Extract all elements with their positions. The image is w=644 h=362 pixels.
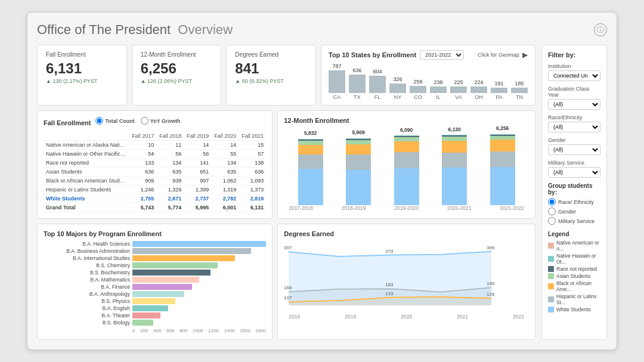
major-bar-row: B.S. Chemistry: [44, 262, 266, 268]
legend-item: Asian Students: [548, 273, 600, 279]
bar-group: 6,130: [442, 126, 467, 205]
svg-text:107: 107: [284, 295, 292, 301]
info-icon[interactable]: ⓘ: [594, 23, 607, 36]
svg-text:379: 379: [385, 249, 394, 254]
major-bar-row: B.A. Mathematics: [44, 277, 266, 283]
legend-item: White Students: [548, 307, 600, 313]
degrees-earned-stat: Degrees Earned 841 ▲ 50 (6.32%) PYST: [226, 45, 316, 106]
state-bar-group: 326NY: [389, 76, 406, 100]
legend-item: Race not reported: [548, 266, 600, 272]
state-bar-group: 258CO: [410, 79, 426, 100]
svg-text:399: 399: [487, 245, 495, 250]
left-panel: Fall Enrollment 6,131 ▲ 130 (2.17%) PYST…: [37, 45, 535, 340]
bar-group: 6,256: [490, 125, 515, 205]
gender-select[interactable]: (All): [548, 144, 600, 155]
top-row: Fall Enrollment 6,131 ▲ 130 (2.17%) PYST…: [37, 45, 535, 106]
legend-item: Hispanic or Latinx St...: [548, 293, 600, 305]
page-title: Office of The President Overview: [37, 22, 233, 38]
top-majors-card: Top 10 Majors by Program Enrollment B.A.…: [37, 224, 273, 340]
state-bar-group: 636TX: [349, 67, 366, 100]
enrollment-table: Fall 2017Fall 2018Fall 2019Fall 2020Fall…: [44, 132, 266, 212]
svg-text:166: 166: [284, 285, 292, 290]
state-bar-group: 225VA: [450, 79, 467, 100]
svg-text:128: 128: [487, 292, 495, 297]
bottom-row: Top 10 Majors by Program Enrollment B.A.…: [37, 224, 535, 340]
bar-group: 5,909: [346, 129, 371, 205]
legend-items: Native American or A...Native Hawaiin or…: [548, 240, 600, 313]
institution-filter: Institution Connected University: [548, 63, 600, 81]
group-radio-gender[interactable]: Gender: [548, 208, 600, 215]
main-content: Fall Enrollment 6,131 ▲ 130 (2.17%) PYST…: [37, 45, 607, 340]
header: Office of The President Overview ⓘ: [37, 22, 607, 38]
major-bar-row: B.S. Biochemistry: [44, 270, 266, 276]
legend-item: Native Hawaiin or Ot...: [548, 253, 600, 265]
bar-group: 6,090: [394, 127, 419, 205]
majors-chart: B.A. Health SciencesB.A. Business Admins…: [44, 241, 266, 333]
svg-text:190: 190: [487, 281, 495, 286]
gender-filter: Gender (All): [548, 137, 600, 155]
enrollment-radio-group: Total Count YoY Growth: [95, 117, 180, 125]
degrees-earned-card: Degrees Earned 3973793991661831901071331…: [277, 224, 535, 340]
state-bar-group: 185TN: [511, 81, 528, 100]
legend-item: Native American or A...: [548, 240, 600, 252]
race-filter: Race/Ethnicity (All): [548, 115, 600, 132]
bar-group: 5,832: [298, 130, 323, 205]
state-bar-group: 224OH: [470, 79, 487, 100]
dashboard: Office of The President Overview ⓘ Fall …: [27, 12, 617, 350]
svg-text:183: 183: [385, 282, 394, 287]
degrees-svg: 397379399166183190107133128: [284, 241, 529, 313]
month12-enrollment-stat: 12-Month Enrollment 6,256 ▲ 126 (2.06%) …: [132, 45, 222, 106]
group-radio-military[interactable]: Military Service: [548, 217, 600, 225]
state-bar-group: 238IL: [430, 79, 447, 100]
fall-enrollment-stat: Fall Enrollment 6,131 ▲ 130 (2.17%) PYST: [37, 45, 127, 106]
major-bar-row: B.A. English: [44, 305, 266, 311]
graduation-filter: Graduation Class Year (All): [548, 86, 600, 110]
major-bar-row: B.A. Anthropology: [44, 291, 266, 297]
institution-select[interactable]: Connected University: [548, 70, 600, 81]
top-states-card: Top 10 States by Enrollment 2021-2022 Cl…: [321, 45, 535, 106]
major-bar-row: B.S. Biology: [44, 320, 266, 326]
major-bar-row: B.A. Theater: [44, 313, 266, 318]
month12-chart: 5,8325,9096,0906,1306,256: [284, 128, 529, 205]
military-select[interactable]: (All): [548, 167, 600, 178]
geomap-link[interactable]: Click for Geomap: ▶: [478, 51, 528, 59]
major-bar-row: B.S. Physics: [44, 298, 266, 304]
fall-enrollment-card: Fall Enrollment Total Count YoY Growth F…: [37, 110, 273, 219]
state-bar-group: 191PA: [491, 81, 507, 100]
states-bars: 787CA636TX604FL326NY258CO238IL225VA224OH…: [329, 63, 528, 100]
major-bar-row: B.A. Health Sciences: [44, 241, 266, 247]
degrees-chart: 397379399166183190107133128 201820192020…: [284, 241, 529, 320]
state-bar-group: 787CA: [329, 63, 345, 100]
military-filter: Military Service (All): [548, 160, 600, 178]
state-bar-group: 604FL: [369, 69, 386, 100]
group-radio-race[interactable]: Race/ Ethnicity: [548, 198, 600, 206]
graduation-select[interactable]: (All): [548, 99, 600, 110]
svg-text:133: 133: [385, 291, 394, 296]
major-bar-row: B.A. International Studies: [44, 255, 266, 261]
race-select[interactable]: (All): [548, 122, 600, 132]
legend-item: Black or African Ame...: [548, 280, 600, 292]
major-bar-row: B.A. Finance: [44, 284, 266, 290]
month12-chart-card: 12-Month Enrollment 5,8325,9096,0906,130…: [277, 110, 535, 219]
middle-row: Fall Enrollment Total Count YoY Growth F…: [37, 110, 535, 219]
states-year-dropdown[interactable]: 2021-2022: [420, 50, 464, 60]
major-bar-row: B.A. Business Adminstration: [44, 248, 266, 254]
filter-panel: Filter by: Institution Connected Univers…: [541, 45, 607, 340]
svg-text:397: 397: [284, 245, 292, 250]
